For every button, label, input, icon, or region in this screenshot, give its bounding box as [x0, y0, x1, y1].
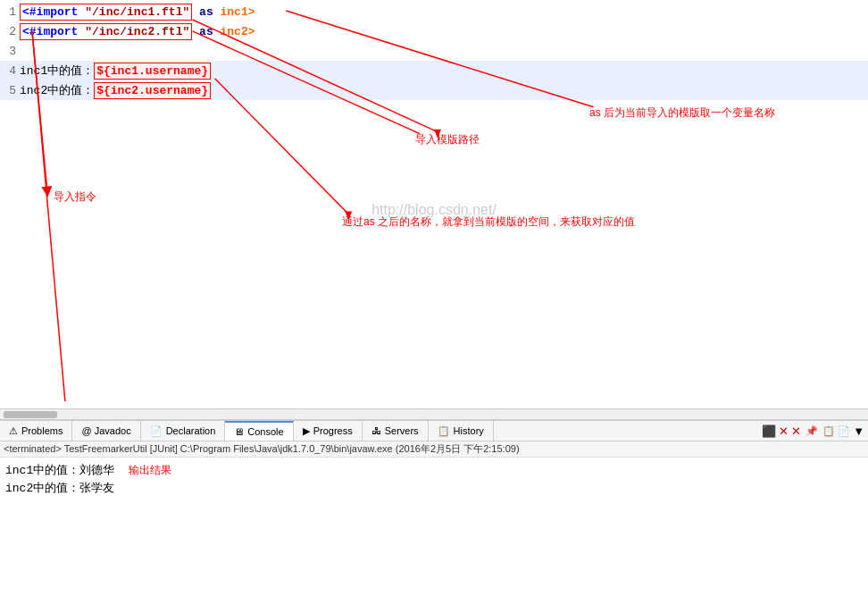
- console-line-1: inc1中的值：刘德华 输出结果: [5, 461, 863, 480]
- tab-declaration-label: Declaration: [166, 425, 216, 436]
- tab-progress[interactable]: ▶ Progress: [294, 421, 363, 441]
- import-directive-label: 导入指令: [54, 189, 96, 205]
- path-label: 导入模版路径: [415, 132, 480, 147]
- status-text: <terminated> TestFreemarkerUtil [JUnit] …: [4, 442, 520, 456]
- editor-area: 1 <#import "/inc/inc1.ftl" as inc1> 2 <#…: [0, 0, 868, 420]
- path-2: "/inc/inc2.ftl": [85, 25, 189, 38]
- space-2a: [78, 25, 85, 38]
- import-box-2: <#import "/inc/inc2.ftl": [20, 23, 192, 40]
- tab-progress-label: Progress: [313, 425, 353, 436]
- space-1a: [78, 5, 85, 19]
- clear-button[interactable]: ✕: [791, 424, 801, 438]
- stop-button[interactable]: ⬛: [762, 424, 776, 438]
- tab-history-label: History: [454, 425, 484, 436]
- as-keyword-1: as: [199, 5, 213, 19]
- line-content-5: inc2中的值： ${inc2.username}: [20, 82, 211, 99]
- var-inc2: inc2>: [221, 25, 255, 38]
- line-content-4: inc1中的值： ${inc1.username}: [20, 63, 211, 80]
- status-bar: <terminated> TestFreemarkerUtil [JUnit] …: [0, 441, 868, 458]
- scrollbar-thumb[interactable]: [4, 411, 57, 418]
- code-line-4: 4 inc1中的值： ${inc1.username}: [0, 61, 868, 80]
- space-2c: [213, 25, 221, 38]
- tab-servers-label: Servers: [385, 425, 419, 436]
- output-tag-1: 输出结果: [129, 464, 171, 476]
- console-output-inc2: inc2中的值：张学友: [5, 482, 114, 495]
- servers-icon: 🖧: [371, 425, 381, 436]
- console-line-2: inc2中的值：张学友: [5, 480, 863, 498]
- progress-icon: ▶: [303, 425, 310, 437]
- tab-console-label: Console: [247, 426, 283, 437]
- path-1: "/inc/inc1.ftl": [85, 5, 189, 19]
- console-icon: 🖥: [234, 426, 244, 437]
- declaration-icon: 📄: [150, 425, 163, 437]
- code-block: 1 <#import "/inc/inc1.ftl" as inc1> 2 <#…: [0, 0, 868, 100]
- line-content-1: <#import "/inc/inc1.ftl" as inc1>: [20, 4, 255, 21]
- as-keyword-2: as: [199, 25, 213, 38]
- space-2b: [192, 25, 199, 38]
- label-inc1: inc1中的值：: [20, 63, 94, 79]
- more-button[interactable]: ▼: [853, 424, 864, 438]
- tab-problems[interactable]: ⚠ Problems: [0, 421, 72, 441]
- line-number-4: 4: [0, 64, 16, 78]
- copy-button[interactable]: 📋: [822, 425, 835, 437]
- keyword-import-2: <#import: [22, 25, 78, 38]
- tab-console[interactable]: 🖥 Console: [225, 421, 293, 441]
- expr-inc2: ${inc2.username}: [94, 82, 211, 99]
- line-number-3: 3: [0, 45, 16, 58]
- keyword-import-1: <#import: [22, 5, 78, 19]
- line-content-2: <#import "/inc/inc2.ftl" as inc2>: [20, 23, 255, 40]
- usage-label: 通过as 之后的名称，就拿到当前模版的空间，来获取对应的值: [342, 214, 635, 230]
- as-label: as 后为当前导入的模版取一个变量名称: [589, 105, 775, 121]
- expr-inc1: ${inc1.username}: [94, 63, 211, 80]
- tab-javadoc-label: @ Javadoc: [81, 425, 130, 436]
- scroll-lock-button[interactable]: 📌: [804, 425, 820, 437]
- tab-javadoc[interactable]: @ Javadoc: [72, 421, 140, 441]
- import-box-1: <#import "/inc/inc1.ftl": [20, 4, 192, 21]
- code-line-5: 5 inc2中的值： ${inc2.username}: [0, 80, 868, 100]
- code-line-2: 2 <#import "/inc/inc2.ftl" as inc2>: [0, 21, 868, 41]
- code-line-1: 1 <#import "/inc/inc1.ftl" as inc1>: [0, 2, 868, 21]
- code-line-3: 3: [0, 41, 868, 61]
- history-icon: 📋: [438, 425, 450, 437]
- svg-marker-7: [44, 188, 51, 197]
- line-number-2: 2: [0, 25, 16, 38]
- tab-declaration[interactable]: 📄 Declaration: [141, 421, 226, 441]
- paste-button[interactable]: 📄: [838, 425, 850, 437]
- space-1b: [192, 5, 199, 19]
- label-inc2: inc2中的值：: [20, 82, 94, 98]
- tab-servers[interactable]: 🖧 Servers: [363, 421, 429, 441]
- tab-bar: ⚠ Problems @ Javadoc 📄 Declaration 🖥 Con…: [0, 420, 868, 441]
- console-area: inc1中的值：刘德华 输出结果 inc2中的值：张学友: [0, 458, 868, 501]
- problems-icon: ⚠: [9, 425, 18, 437]
- editor-scrollbar[interactable]: [0, 408, 868, 419]
- var-inc1: inc1>: [221, 5, 255, 19]
- tab-history[interactable]: 📋 History: [429, 421, 494, 441]
- console-toolbar-right: ⬛ ✕ ✕ 📌 📋 📄 ▼: [762, 421, 868, 441]
- console-output-inc1: inc1中的值：刘德华: [5, 464, 114, 477]
- space-1c: [213, 5, 221, 19]
- line-number-5: 5: [0, 84, 16, 97]
- terminate-button[interactable]: ✕: [779, 424, 789, 438]
- line-number-1: 1: [0, 5, 16, 19]
- tab-problems-label: Problems: [21, 425, 63, 436]
